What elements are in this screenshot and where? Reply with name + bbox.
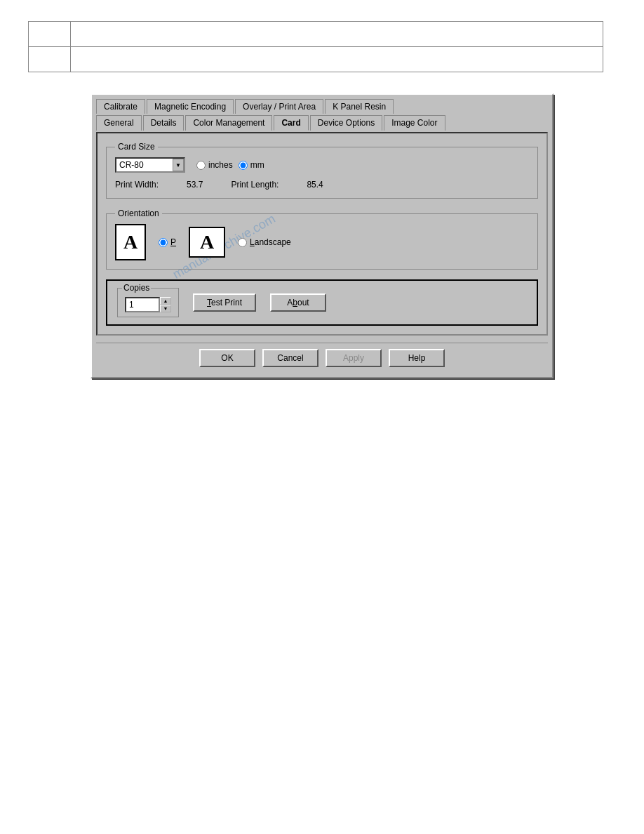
print-width-value: 53.7 [187, 180, 203, 190]
landscape-label: Landscape [250, 237, 291, 247]
tab-device-options[interactable]: Device Options [310, 115, 382, 131]
table-cell-r1c1 [29, 22, 71, 47]
cancel-button[interactable]: Cancel [262, 349, 318, 367]
apply-button[interactable]: Apply [326, 349, 382, 367]
print-dimensions: Print Width: 53.7 Print Length: 85.4 [115, 180, 529, 190]
tab-card[interactable]: Card [274, 115, 308, 131]
about-button[interactable]: About [270, 293, 326, 312]
tab-row-1: Calibrate Magnetic Encoding Overlay / Pr… [96, 99, 548, 114]
mm-radio-label[interactable]: mm [239, 160, 264, 170]
mm-radio[interactable] [239, 161, 248, 170]
copies-spinner: 1 ▲ ▼ [125, 297, 171, 312]
landscape-letter-icon: A [200, 231, 214, 253]
table-cell-r1c2 [71, 22, 603, 47]
copies-increment-button[interactable]: ▲ [160, 297, 171, 305]
landscape-radio-label[interactable]: Landscape [238, 237, 291, 247]
tab-calibrate[interactable]: Calibrate [96, 99, 145, 114]
inches-label: inches [208, 160, 233, 170]
tab-color-management[interactable]: Color Management [185, 115, 272, 131]
portrait-icon: A [115, 224, 146, 260]
inches-radio[interactable] [196, 161, 206, 170]
card-size-select[interactable]: CR-80 [115, 157, 185, 173]
print-width-label: Print Width: [115, 180, 159, 190]
table-cell-r2c2 [71, 47, 603, 72]
tab-image-color[interactable]: Image Color [384, 115, 445, 131]
portrait-label: P [170, 237, 176, 247]
portrait-letter-icon: A [123, 231, 137, 253]
button-bar: OK Cancel Apply Help [96, 343, 548, 373]
print-length-label: Print Length: [231, 180, 279, 190]
tab-general[interactable]: General [96, 115, 142, 131]
unit-radio-group: inches mm [196, 160, 264, 170]
copies-decrement-button[interactable]: ▼ [160, 305, 171, 312]
test-print-label: Test Print [207, 298, 242, 307]
card-size-select-wrapper: CR-80 ▼ [115, 157, 185, 173]
orientation-legend: Orientation [115, 208, 162, 218]
copies-subgroup: Copies 1 ▲ ▼ [117, 288, 179, 317]
landscape-icon: A [189, 227, 225, 258]
tab-details[interactable]: Details [143, 115, 185, 131]
top-table [28, 21, 603, 72]
copies-spin-buttons: ▲ ▼ [160, 297, 171, 312]
print-length-value: 85.4 [307, 180, 323, 190]
tab-row-2: General Details Color Management Card De… [96, 115, 548, 131]
portrait-radio[interactable] [159, 238, 168, 247]
orientation-row: A P A [115, 224, 529, 260]
table-cell-r2c1 [29, 47, 71, 72]
tab-magnetic-encoding[interactable]: Magnetic Encoding [147, 99, 234, 114]
copies-legend: Copies [122, 283, 151, 293]
help-button[interactable]: Help [389, 349, 445, 367]
tab-k-panel-resin[interactable]: K Panel Resin [325, 99, 394, 114]
printer-properties-dialog: manualsarchive.com Calibrate Magnetic En… [90, 93, 554, 378]
landscape-radio[interactable] [238, 238, 247, 247]
ok-button[interactable]: OK [199, 349, 255, 367]
inches-radio-label[interactable]: inches [196, 160, 233, 170]
copies-input[interactable]: 1 [125, 297, 160, 312]
tab-overlay-print-area[interactable]: Overlay / Print Area [235, 99, 323, 114]
card-size-group: Card Size CR-80 ▼ inches [106, 142, 538, 199]
dialog-content: Card Size CR-80 ▼ inches [96, 132, 548, 336]
portrait-radio-label[interactable]: P [159, 237, 176, 247]
about-label: About [287, 298, 309, 307]
card-size-legend: Card Size [115, 142, 158, 152]
test-print-button[interactable]: Test Print [193, 293, 256, 312]
copies-buttons-group: Copies 1 ▲ ▼ Test Print [106, 279, 538, 326]
orientation-group: Orientation A P [106, 208, 538, 270]
mm-label: mm [250, 160, 264, 170]
